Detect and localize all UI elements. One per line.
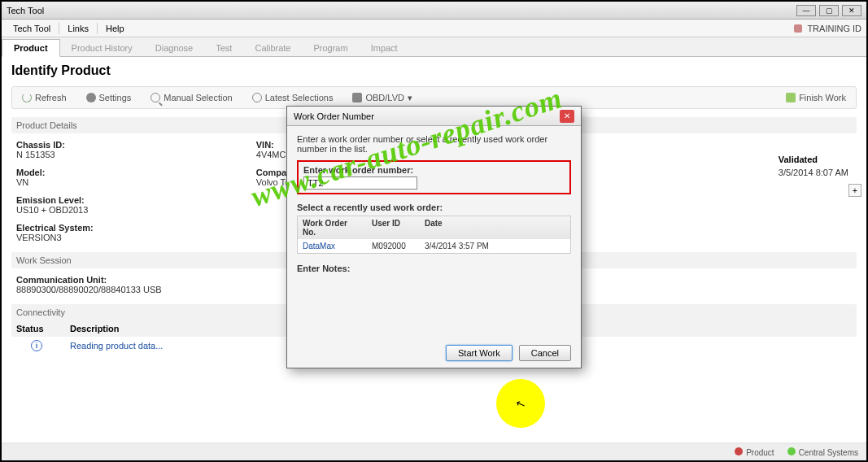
tab-test[interactable]: Test: [204, 40, 243, 56]
cancel-button[interactable]: Cancel: [519, 345, 571, 361]
refresh-button[interactable]: Refresh: [17, 91, 72, 104]
page-title: Identify Product: [11, 63, 857, 78]
dialog-instruction: Enter a work order number or select a re…: [297, 134, 571, 154]
menu-help[interactable]: Help: [99, 22, 131, 35]
recent-work-order-table: Work Order No. User ID Date DataMax M092…: [297, 216, 571, 254]
obd-icon: [352, 93, 362, 102]
menu-techtool[interactable]: Tech Tool: [7, 22, 57, 35]
enter-notes-label: Enter Notes:: [297, 264, 571, 273]
col-work-order-no: Work Order No.: [298, 216, 367, 239]
model-label: Model:: [16, 168, 94, 177]
start-work-button[interactable]: Start Work: [446, 345, 513, 361]
cursor-icon: ↖: [514, 395, 528, 411]
work-order-input[interactable]: [303, 177, 417, 190]
status-col-header: Status: [16, 324, 57, 333]
elec-label: Electrical System:: [16, 223, 94, 233]
tab-impact[interactable]: Impact: [360, 40, 409, 56]
refresh-icon: [22, 93, 32, 102]
col-user-id: User ID: [367, 216, 420, 239]
dialog-close-button[interactable]: ✕: [560, 110, 574, 123]
clock-icon: [252, 93, 262, 102]
work-order-input-box: Enter work order number:: [297, 160, 571, 194]
reading-product-data: Reading product data...: [70, 341, 163, 351]
maximize-button[interactable]: ▢: [819, 5, 839, 16]
expand-button[interactable]: +: [848, 184, 861, 197]
recent-work-order-row[interactable]: DataMax M092000 3/4/2014 3:57 PM: [298, 239, 570, 253]
menubar: Tech Tool Links Help TRAINING ID: [2, 20, 866, 37]
finish-work-button[interactable]: Finish Work: [781, 91, 851, 104]
product-status-icon: [735, 447, 743, 455]
obd-button[interactable]: OBD/LVD ▾: [347, 91, 417, 105]
menu-links[interactable]: Links: [61, 22, 95, 35]
close-button[interactable]: ✕: [842, 5, 861, 16]
info-icon: i: [31, 340, 42, 351]
tab-calibrate[interactable]: Calibrate: [243, 40, 302, 56]
emission-value: US10 + OBD2013: [16, 205, 94, 215]
tab-diagnose[interactable]: Diagnose: [144, 40, 204, 56]
elec-value: VERSION3: [16, 233, 94, 242]
finish-icon: [786, 93, 796, 102]
training-id: TRAINING ID: [794, 24, 861, 33]
validated-value: 3/5/2014 8:07 AM: [779, 168, 848, 177]
tabbar: Product Product History Diagnose Test Ca…: [2, 37, 866, 57]
statusbar: Product Central Systems: [2, 444, 866, 460]
cursor-highlight: ↖: [496, 379, 545, 428]
work-order-input-label: Enter work order number:: [303, 165, 565, 175]
dialog-title: Work Order Number: [294, 111, 560, 121]
minimize-button[interactable]: —: [796, 5, 816, 16]
training-id-icon: [794, 24, 802, 33]
search-icon: [150, 93, 160, 102]
tab-product[interactable]: Product: [2, 39, 60, 57]
window-title: Tech Tool: [7, 6, 796, 15]
validated-header: Validated: [779, 155, 848, 164]
central-status-icon: [787, 447, 796, 455]
latest-selections-button[interactable]: Latest Selections: [247, 91, 338, 104]
settings-button[interactable]: Settings: [81, 91, 137, 104]
desc-col-header: Description: [70, 324, 120, 333]
gear-icon: [86, 93, 96, 102]
chassis-label: Chassis ID:: [16, 140, 94, 150]
tab-history[interactable]: Product History: [60, 40, 144, 56]
model-value: VN: [16, 177, 94, 187]
col-date: Date: [420, 216, 570, 239]
recent-work-order-label: Select a recently used work order:: [297, 203, 571, 212]
tab-program[interactable]: Program: [302, 40, 359, 56]
chassis-value: N 151353: [16, 150, 94, 159]
window-titlebar: Tech Tool — ▢ ✕: [2, 2, 866, 20]
manual-selection-button[interactable]: Manual Selection: [146, 91, 237, 104]
work-order-dialog: Work Order Number ✕ Enter a work order n…: [286, 106, 582, 368]
emission-label: Emission Level:: [16, 195, 94, 205]
